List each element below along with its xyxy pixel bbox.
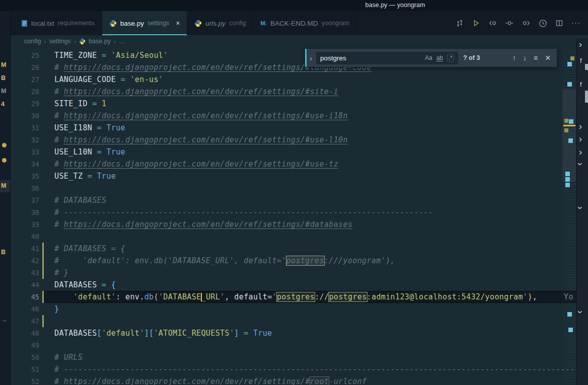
more-actions-icon[interactable]: ··· bbox=[570, 17, 582, 29]
breadcrumb-item-settings[interactable]: settings bbox=[49, 38, 71, 45]
code-line-39[interactable]: 39# https://docs.djangoproject.com/en/de… bbox=[10, 218, 588, 230]
chevron-right-icon[interactable]: › bbox=[579, 122, 582, 130]
tab-base-py[interactable]: base.py settings × bbox=[102, 11, 188, 35]
match-case-button[interactable]: Aa bbox=[425, 54, 432, 61]
code-editor[interactable]: 25TIME_ZONE = 'Asia/Seoul'26# https://do… bbox=[10, 47, 588, 385]
code-line-40[interactable]: 40 bbox=[10, 230, 588, 243]
code-line-30[interactable]: 30# https://docs.djangoproject.com/en/de… bbox=[10, 110, 588, 122]
code-line-46[interactable]: 46} bbox=[10, 303, 588, 315]
regex-button[interactable]: .* bbox=[447, 54, 454, 62]
find-results-count: ? of 3 bbox=[463, 54, 480, 61]
clipped-text: f bbox=[580, 57, 582, 64]
line-number[interactable]: 43 bbox=[10, 267, 39, 279]
git-compare-icon[interactable] bbox=[454, 17, 466, 29]
search-match-highlight: postgres bbox=[286, 256, 324, 265]
code-line-49[interactable]: 49 bbox=[10, 339, 588, 351]
line-number[interactable]: 45 bbox=[10, 291, 39, 303]
chevron-right-icon[interactable]: › bbox=[579, 148, 582, 156]
chevron-right-icon[interactable]: › bbox=[579, 40, 582, 48]
run-python-icon[interactable] bbox=[470, 17, 482, 29]
line-number[interactable]: 44 bbox=[10, 279, 39, 291]
code-line-27[interactable]: 27LANGUAGE_CODE = 'en-us' bbox=[10, 73, 588, 86]
toggle-replace-button[interactable]: › bbox=[310, 54, 312, 62]
chevron-right-icon[interactable]: › bbox=[579, 135, 582, 143]
line-number[interactable]: 33 bbox=[10, 146, 39, 158]
line-number[interactable]: 32 bbox=[10, 134, 39, 146]
code-line-37[interactable]: 37# DATABASES bbox=[10, 194, 588, 206]
chevron-down-icon[interactable]: › bbox=[576, 206, 584, 209]
close-tab-icon[interactable]: × bbox=[176, 19, 180, 27]
code-line-36[interactable]: 36 bbox=[10, 182, 588, 194]
chevron-down-icon[interactable]: › bbox=[576, 311, 584, 314]
timeline-icon[interactable] bbox=[537, 17, 549, 29]
python-icon bbox=[109, 20, 117, 27]
line-number[interactable]: 30 bbox=[10, 110, 39, 122]
code-line-34[interactable]: 34# https://docs.djangoproject.com/en/de… bbox=[10, 158, 588, 170]
line-number[interactable]: 52 bbox=[10, 375, 39, 385]
line-number[interactable]: 46 bbox=[10, 303, 39, 315]
line-number[interactable]: 48 bbox=[10, 327, 39, 339]
explorer-sidebar-sliver[interactable]: MBM4MB→ bbox=[0, 11, 11, 385]
line-number[interactable]: 37 bbox=[10, 194, 39, 206]
line-number[interactable]: 25 bbox=[10, 49, 39, 61]
right-edge-panel[interactable]: ›››››››ff bbox=[576, 38, 588, 385]
revert-change-icon[interactable] bbox=[503, 17, 516, 29]
chevron-down-icon[interactable]: › bbox=[576, 163, 584, 166]
line-number[interactable]: 42 bbox=[10, 255, 39, 267]
code-line-43[interactable]: 43# } bbox=[10, 267, 588, 279]
previous-match-button[interactable]: ↑ bbox=[512, 54, 516, 62]
code-line-44[interactable]: 44DATABASES = { bbox=[10, 279, 588, 291]
clipped-control bbox=[585, 64, 588, 70]
next-match-button[interactable]: ↓ bbox=[523, 54, 527, 62]
tab-back-end-md[interactable]: M↓ BACK-END.MD yoongram bbox=[253, 11, 357, 35]
line-number[interactable]: 41 bbox=[10, 243, 39, 255]
breadcrumb-item-symbol[interactable]: … bbox=[119, 38, 125, 45]
code-line-47[interactable]: 47 bbox=[10, 315, 588, 327]
code-line-51[interactable]: 51# ------------------------------------… bbox=[10, 363, 588, 375]
code-line-52[interactable]: 52# https://docs.djangoproject.com/en/de… bbox=[10, 375, 588, 385]
previous-change-icon[interactable] bbox=[487, 17, 499, 29]
arrow-right-icon: → bbox=[1, 317, 10, 326]
split-editor-icon[interactable] bbox=[553, 17, 565, 29]
minimap-slider[interactable] bbox=[562, 90, 576, 182]
code-line-35[interactable]: 35USE_TZ = True bbox=[10, 170, 588, 182]
text-file-icon bbox=[21, 20, 28, 27]
line-number[interactable]: 35 bbox=[10, 170, 39, 182]
line-number[interactable]: 38 bbox=[10, 206, 39, 218]
code-line-32[interactable]: 32# https://docs.djangoproject.com/en/de… bbox=[10, 134, 588, 146]
code-line-29[interactable]: 29SITE_ID = 1 bbox=[10, 98, 588, 110]
line-number[interactable]: 39 bbox=[10, 218, 39, 230]
breadcrumb: config › settings › base.py › … bbox=[10, 35, 588, 47]
breadcrumb-item-base-py[interactable]: base.py bbox=[89, 38, 111, 45]
line-number[interactable]: 28 bbox=[10, 86, 39, 98]
code-line-45[interactable]: 45 'default': env.db('DATABASE_URL', def… bbox=[10, 291, 588, 303]
line-number[interactable]: 27 bbox=[10, 73, 39, 86]
line-number[interactable]: 47 bbox=[10, 315, 39, 327]
whole-word-button[interactable]: ab bbox=[436, 54, 443, 61]
line-number[interactable]: 51 bbox=[10, 363, 39, 375]
code-line-50[interactable]: 50# URLS bbox=[10, 351, 588, 363]
next-change-icon[interactable] bbox=[520, 17, 532, 29]
find-in-selection-button[interactable]: ≡ bbox=[534, 54, 538, 62]
breadcrumb-item-config[interactable]: config bbox=[24, 38, 41, 45]
line-number[interactable]: 50 bbox=[10, 351, 39, 363]
code-line-28[interactable]: 28# https://docs.djangoproject.com/en/de… bbox=[10, 86, 588, 98]
code-line-31[interactable]: 31USE_I18N = True bbox=[10, 122, 588, 134]
line-number[interactable]: 40 bbox=[10, 230, 39, 243]
code-line-33[interactable]: 33USE_L10N = True bbox=[10, 146, 588, 158]
line-number[interactable]: 49 bbox=[10, 339, 39, 351]
code-line-42[interactable]: 42# 'default': env.db('DATABASE_URL', de… bbox=[10, 255, 588, 267]
line-number[interactable]: 29 bbox=[10, 98, 39, 110]
line-number[interactable]: 26 bbox=[10, 61, 39, 73]
tab-local-txt[interactable]: local.txt requirements bbox=[14, 11, 102, 35]
line-number[interactable]: 31 bbox=[10, 122, 39, 134]
git-status-dot bbox=[2, 158, 7, 163]
code-line-38[interactable]: 38# ------------------------------------… bbox=[10, 206, 588, 218]
line-number[interactable]: 34 bbox=[10, 158, 39, 170]
tab-urls-py[interactable]: urls.py config bbox=[187, 11, 253, 35]
find-input[interactable] bbox=[316, 54, 425, 62]
code-line-48[interactable]: 48DATABASES['default']['ATOMIC_REQUESTS'… bbox=[10, 327, 588, 339]
close-find-button[interactable]: ✕ bbox=[545, 54, 551, 62]
code-line-41[interactable]: 41# DATABASES = { bbox=[10, 243, 588, 255]
line-number[interactable]: 36 bbox=[10, 182, 39, 194]
